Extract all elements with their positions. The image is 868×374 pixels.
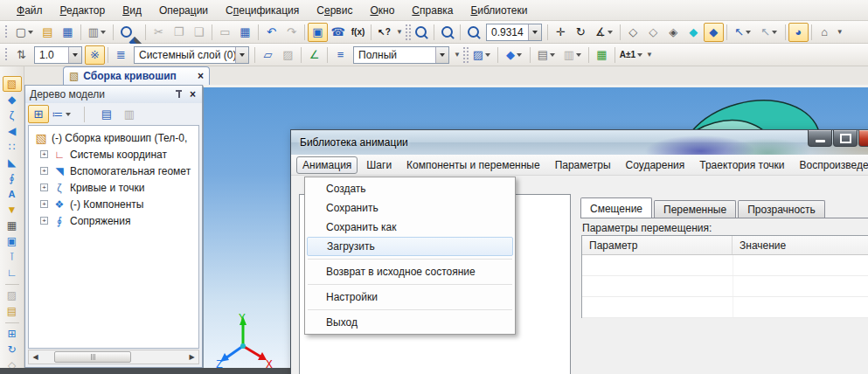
tree-item[interactable]: + ∮ Сопряжения (32, 212, 198, 229)
spline-tool[interactable]: ζ (3, 107, 22, 123)
tree-expander-icon[interactable]: + (40, 184, 48, 191)
axes-orientation-button[interactable]: ∠ (304, 45, 324, 65)
shaded-button[interactable]: ◆ (684, 23, 704, 42)
dialog-menu-trajectory[interactable]: Траектория точки (693, 156, 790, 174)
report-button[interactable]: ▥ (559, 45, 586, 65)
toolbar-grip[interactable] (4, 24, 9, 40)
menubar-item[interactable]: Сервис (309, 2, 360, 19)
display-mode-dropdown-button[interactable] (435, 47, 448, 63)
menu-item-settings[interactable]: Настройки (305, 287, 515, 307)
hidden-lines-button[interactable]: ◇ (643, 23, 663, 42)
menu-item-load[interactable]: Загрузить (307, 237, 513, 256)
model-phone-button[interactable]: ☎ (328, 23, 348, 42)
dimension-tool[interactable]: A (3, 186, 22, 202)
tree-additional-button[interactable]: ▥ (119, 105, 140, 123)
measure-tool[interactable]: ⊺ (3, 249, 22, 265)
mates-tool[interactable]: ∮ (3, 170, 22, 186)
dialog-menu-components[interactable]: Компоненты и переменные (400, 156, 546, 174)
snap-grid-button[interactable]: ↖ (756, 23, 782, 42)
copy-button[interactable]: ❐ (169, 23, 189, 42)
tree-composition-button[interactable]: ≔ (51, 105, 72, 123)
dialog-menu-parameters[interactable]: Параметры (549, 156, 617, 174)
document-tab-close-icon[interactable]: × (198, 70, 204, 82)
display-mode-combo[interactable]: Полный (353, 46, 449, 64)
window-layout-button[interactable]: ▣ (308, 23, 328, 42)
shaded-with-edges-button[interactable]: ◆ (704, 23, 724, 42)
dimension-button[interactable]: A±1 (618, 45, 644, 65)
toolbar-overflow-button[interactable]: ▼ (835, 23, 845, 42)
tree-item[interactable]: + ζ Кривые и точки (32, 179, 198, 196)
table-column-header[interactable]: Значение (733, 236, 868, 254)
close-button[interactable]: ✕ (858, 130, 868, 147)
menubar-item[interactable]: Справка (404, 2, 461, 19)
tree-item[interactable]: + ❖ (-) Компоненты (32, 196, 198, 212)
menubar-item[interactable]: Спецификация (218, 2, 307, 19)
copy-properties-button[interactable]: ▭ (215, 23, 235, 42)
spec-tool[interactable]: ▦ (3, 218, 22, 233)
save-button[interactable]: ▦ (58, 23, 78, 42)
model-tree-close-icon[interactable]: × (188, 88, 198, 100)
maximize-button[interactable] (833, 130, 858, 147)
zoom-scale-dropdown-button[interactable] (528, 24, 541, 40)
measure-button[interactable]: ▦ (592, 45, 612, 65)
dialog-titlebar[interactable]: Библиотека анимации ✕ (291, 130, 868, 155)
table-column-header[interactable]: Параметр (582, 236, 733, 254)
menubar-item[interactable]: Библиотеки (462, 2, 535, 19)
orientation-sphere-button[interactable]: ◕ (788, 23, 809, 42)
scrollbar-thumb[interactable] (54, 351, 131, 363)
pin-icon[interactable] (174, 89, 184, 100)
edit-component-tool[interactable]: ▧ (3, 76, 22, 92)
pan-button[interactable]: ✛ (551, 23, 571, 42)
tree-expander-icon[interactable]: + (40, 217, 48, 225)
points-array-tool[interactable]: ∷ (3, 139, 22, 155)
fx-variables-button[interactable]: f(x) (348, 23, 368, 42)
toolbar-grip[interactable] (4, 47, 9, 63)
open-document-button[interactable]: ▤ (38, 23, 58, 42)
toolbar-button[interactable] (405, 24, 411, 41)
tree-expander-icon[interactable]: + (40, 150, 48, 158)
roundoff-snap-button[interactable]: ※ (85, 45, 105, 65)
rebuild-model-button[interactable]: ⌂ (815, 23, 835, 42)
tab-variables[interactable]: Переменные (654, 200, 736, 218)
zoom-area-button[interactable] (411, 23, 431, 42)
dialog-menu-playback[interactable]: Воспроизведение (794, 156, 868, 174)
load-from-file-tool[interactable]: ▤ (3, 303, 22, 319)
tree-report-button[interactable]: ▤ (96, 105, 117, 123)
hatch-style-button[interactable]: ▨ (469, 45, 495, 65)
document-tab[interactable]: ▧ Сборка кривошип × (63, 66, 210, 85)
toolbar-overflow-button[interactable]: ▼ (394, 23, 405, 42)
toolbar-overflow-button[interactable]: ▼ (644, 45, 655, 65)
menu-item-save-as[interactable]: Сохранить как (305, 218, 515, 237)
cursor-step-dropdown-button[interactable] (68, 47, 81, 63)
layer-dropdown-button[interactable] (235, 47, 248, 63)
menu-item-create[interactable]: Создать (305, 179, 515, 198)
menubar-item[interactable]: Операции (151, 2, 216, 19)
minimize-button[interactable] (808, 130, 832, 147)
dialog-menu-collisions[interactable]: Соударения (620, 156, 691, 174)
paste-button[interactable]: ❑ (189, 23, 209, 42)
zoom-in-button[interactable] (463, 23, 483, 42)
dialog-menu-steps[interactable]: Шаги (360, 156, 398, 174)
tree-structure-button[interactable]: ⊞ (28, 105, 49, 123)
surface-tool[interactable]: ◣ (3, 155, 22, 170)
hidden-lines-thin-button[interactable]: ◈ (663, 23, 684, 42)
undo-button[interactable]: ↶ (261, 23, 281, 42)
scroll-right-arrow-icon[interactable]: ▶ (185, 350, 198, 364)
orientation-button[interactable]: ∡ (591, 23, 617, 42)
context-help-button[interactable]: ↖? (374, 23, 394, 42)
filter-tool[interactable]: ▼ (3, 202, 22, 218)
rotate-view-button[interactable]: ↻ (571, 23, 591, 42)
cut-button[interactable]: ✂ (149, 23, 169, 42)
display-mode-button[interactable]: ≡ (330, 45, 351, 65)
tree-expander-icon[interactable]: + (40, 167, 48, 175)
menu-item-save[interactable]: Сохранить (305, 198, 515, 218)
tree-item[interactable]: + ∟ Системы координат (32, 146, 198, 163)
zoom-select-button[interactable] (437, 23, 457, 42)
solid-style-button[interactable]: ◆ (501, 45, 527, 65)
report-tool[interactable]: ▣ (3, 233, 22, 249)
cursor-step-button[interactable]: ⇅ (11, 45, 31, 65)
zoom-scale-combo[interactable]: 0.9314 (486, 24, 542, 41)
tab-transparency[interactable]: Прозрачность (738, 200, 825, 218)
new-document-button[interactable]: ▢ (11, 23, 38, 42)
menu-item-exit[interactable]: Выход (305, 313, 515, 332)
